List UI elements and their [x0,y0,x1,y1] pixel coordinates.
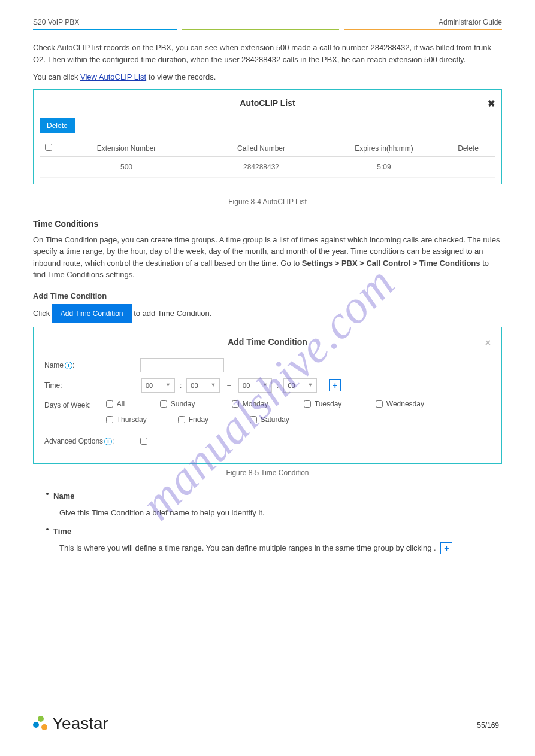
bullet-text: Give this Time Condition a brief name to… [46,507,502,519]
chevron-down-icon: ▼ [262,381,268,390]
day-label: Friday [189,414,208,425]
panel-title: Add Time Condition [228,337,307,347]
view-autoclip-link[interactable]: View AutoCLIP List [80,72,146,81]
bullet-icon [46,493,49,495]
day-all-checkbox[interactable] [106,400,113,408]
min-to-select[interactable]: 00▼ [283,378,317,393]
bullet-item: Time [53,526,71,538]
autoclip-panel: AutoCLIP List ✖ Delete Extension Number … [33,89,502,184]
figure-caption: Figure 8-5 Time Condition [33,467,502,478]
add-range-button-inline[interactable]: + [440,542,452,554]
col-del: Delete [441,143,495,154]
time-condition-panel: Add Time Condition × Namei: Time: 00▼ : … [33,327,502,464]
advanced-checkbox[interactable] [140,438,147,445]
day-label: Saturday [261,414,289,425]
day-monday-checkbox[interactable] [232,400,239,408]
day-label: Sunday [171,399,195,409]
day-saturday-checkbox[interactable] [250,416,257,423]
day-label: Thursday [117,414,147,425]
header-divider [33,29,502,30]
day-thursday-checkbox[interactable] [106,416,113,423]
col-called: Called Number [195,143,327,154]
info-icon[interactable]: i [104,438,112,445]
col-exp: Expires in(hh:mm) [327,143,441,154]
name-field[interactable] [140,358,224,372]
doc-guide: Administrator Guide [439,18,502,26]
page-number: 55/169 [477,721,499,730]
text: : [277,380,279,391]
table-header: Extension Number Called Number Expires i… [40,139,495,157]
text: to view the records. [149,72,216,81]
day-label: Wednesday [386,399,424,409]
hour-to-select[interactable]: 00▼ [238,378,272,393]
chevron-down-icon: ▼ [210,381,216,390]
bullet-icon [46,528,49,530]
advanced-label: Advanced Options [44,437,103,445]
day-friday-checkbox[interactable] [178,416,185,423]
time-label: Time: [44,380,140,391]
text: : [112,437,114,445]
cell-called: 284288432 [195,162,327,172]
day-wednesday-checkbox[interactable] [376,400,383,408]
chevron-down-icon: ▼ [307,381,313,390]
text: Click [33,309,52,318]
bullet-item: Name [53,490,74,502]
nav-path: Settings > PBX > Call Control > Time Con… [302,259,480,268]
day-sunday-checkbox[interactable] [160,400,167,408]
text: : [72,361,74,369]
add-time-condition-button[interactable]: Add Time Condition [52,304,132,323]
close-icon[interactable]: ✖ [488,97,495,111]
col-ext: Extension Number [58,143,195,154]
table-row: 500 284288432 5:09 [40,157,495,178]
subsection-title: Add Time Condition [33,290,502,302]
dow-label: Days of Week: [44,399,106,411]
panel-title: AutoCLIP List [240,98,295,108]
add-range-button[interactable]: + [329,379,341,391]
text: to add Time Condition. [134,309,211,318]
chevron-down-icon: ▼ [165,381,171,390]
logo-text: Yeastar [52,714,108,733]
brand-logo: Yeastar [33,714,108,733]
figure-caption: Figure 8-4 AutoCLIP List [33,196,502,207]
text: You can click [33,72,80,81]
min-from-select[interactable]: 00▼ [186,378,220,393]
select-all-checkbox[interactable] [45,144,52,151]
text: : [180,380,182,391]
info-icon[interactable]: i [65,362,72,369]
cell-exp: 5:09 [327,162,441,172]
logo-icon [33,716,49,731]
text: – [227,380,231,391]
name-label: Name [44,361,64,369]
day-tuesday-checkbox[interactable] [304,400,311,408]
close-icon[interactable]: × [485,336,491,350]
section-title: Time Conditions [33,218,502,230]
bullet-text: This is where you will define a time ran… [46,542,502,555]
delete-button[interactable]: Delete [40,118,75,133]
doc-product: S20 VoIP PBX [33,18,79,26]
hour-from-select[interactable]: 00▼ [141,378,175,393]
cell-ext: 500 [58,162,195,172]
paragraph: Check AutoCLIP list records on the PBX, … [33,42,502,65]
day-label: All [117,399,125,409]
day-label: Monday [243,399,268,409]
day-label: Tuesday [315,399,342,409]
